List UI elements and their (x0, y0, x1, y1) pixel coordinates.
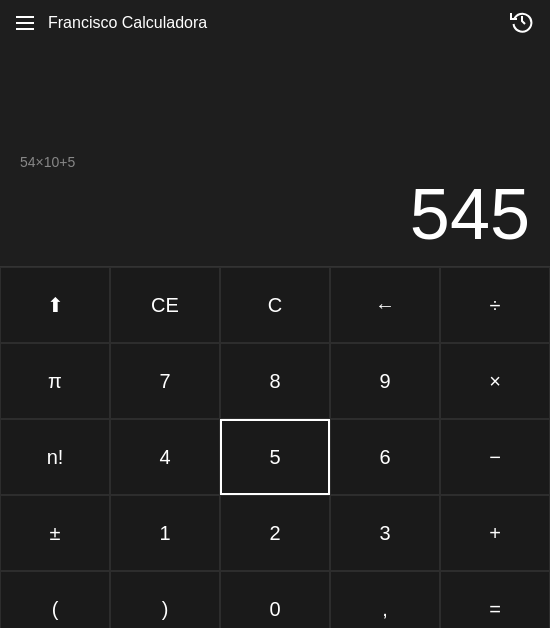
one-button[interactable]: 1 (110, 495, 220, 571)
pi-button[interactable]: π (0, 343, 110, 419)
expression: 54×10+5 (20, 154, 75, 170)
two-button[interactable]: 2 (220, 495, 330, 571)
multiply-button[interactable]: × (440, 343, 550, 419)
seven-button[interactable]: 7 (110, 343, 220, 419)
result: 545 (410, 178, 530, 250)
open-paren-button[interactable]: ( (0, 571, 110, 628)
eight-button[interactable]: 8 (220, 343, 330, 419)
calculator-grid: ⬆ CE C ← ÷ π 7 8 9 × n! 4 5 6 − ± (0, 266, 550, 628)
shift-button[interactable]: ⬆ (0, 267, 110, 343)
equals-button[interactable]: = (440, 571, 550, 628)
six-button[interactable]: 6 (330, 419, 440, 495)
three-button[interactable]: 3 (330, 495, 440, 571)
plus-minus-button[interactable]: ± (0, 495, 110, 571)
factorial-button[interactable]: n! (0, 419, 110, 495)
header-left: Francisco Calculadora (16, 14, 207, 32)
decimal-button[interactable]: , (330, 571, 440, 628)
divide-button[interactable]: ÷ (440, 267, 550, 343)
close-paren-button[interactable]: ) (110, 571, 220, 628)
clear-button[interactable]: C (220, 267, 330, 343)
five-button[interactable]: 5 (220, 419, 330, 495)
menu-icon[interactable] (16, 16, 34, 30)
history-icon[interactable] (510, 9, 534, 37)
nine-button[interactable]: 9 (330, 343, 440, 419)
add-button[interactable]: + (440, 495, 550, 571)
display: 54×10+5 545 (0, 46, 550, 266)
zero-button[interactable]: 0 (220, 571, 330, 628)
app-title: Francisco Calculadora (48, 14, 207, 32)
header: Francisco Calculadora (0, 0, 550, 46)
clear-entry-button[interactable]: CE (110, 267, 220, 343)
backspace-button[interactable]: ← (330, 267, 440, 343)
four-button[interactable]: 4 (110, 419, 220, 495)
subtract-button[interactable]: − (440, 419, 550, 495)
